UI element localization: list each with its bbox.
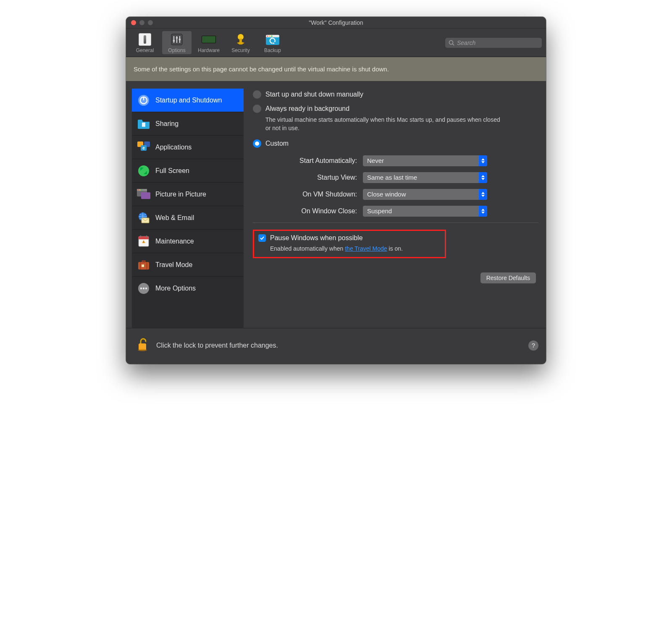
lock-icon[interactable]: [137, 338, 149, 353]
svg-rect-46: [142, 260, 146, 262]
sidebar-item-web-email[interactable]: Web & Email: [132, 206, 244, 230]
pip-icon: [137, 188, 150, 201]
toolbar-label: Options: [168, 47, 185, 53]
checkbox-subtext: Enabled automatically when the Travel Mo…: [270, 245, 441, 252]
select-value: Same as last time: [367, 174, 417, 181]
svg-marker-10: [242, 42, 244, 45]
sidebar-item-travel-mode[interactable]: Travel Mode: [132, 253, 244, 277]
search-input[interactable]: [457, 39, 538, 46]
svg-marker-54: [481, 158, 485, 160]
radio-manual[interactable]: Start up and shut down manually: [253, 90, 538, 99]
folder-icon: [137, 117, 150, 131]
zoom-window-button[interactable]: [148, 20, 153, 25]
custom-options: Start Automatically: Never Startup View:…: [253, 155, 538, 217]
svg-text:e: e: [142, 146, 145, 150]
checkbox[interactable]: [258, 234, 266, 242]
toolbar-label: Backup: [264, 47, 281, 53]
radio-always-ready[interactable]: Always ready in background: [253, 105, 538, 113]
svg-rect-42: [146, 236, 147, 238]
radio-label: Start up and shut down manually: [265, 91, 363, 98]
body: Startup and Shutdown Sharing e Applicati…: [126, 81, 546, 328]
startup-view-select[interactable]: Same as last time: [363, 172, 487, 183]
sidebar-item-label: Applications: [155, 144, 192, 151]
sub-suffix: is on.: [387, 245, 403, 252]
svg-point-15: [271, 35, 272, 37]
toolbar-tab-security[interactable]: Security: [226, 31, 255, 54]
backup-icon: [265, 32, 280, 47]
svg-marker-59: [481, 195, 485, 197]
toolbar-label: General: [136, 47, 154, 53]
lock-text: Click the lock to prevent further change…: [156, 342, 278, 349]
svg-marker-58: [481, 192, 485, 194]
svg-rect-23: [142, 123, 145, 127]
sub-prefix: Enabled automatically when: [270, 245, 345, 252]
field-label: Start Automatically:: [253, 157, 363, 165]
travel-mode-link[interactable]: the Travel Mode: [345, 245, 387, 252]
radio-button[interactable]: [253, 139, 261, 148]
toolbar: General Options Hardware: [126, 29, 546, 57]
chevron-updown-icon: [479, 189, 487, 200]
svg-rect-48: [146, 262, 147, 270]
sidebar-item-label: Maintenance: [155, 238, 194, 245]
search-field[interactable]: [445, 38, 542, 48]
on-window-close-select[interactable]: Suspend: [363, 206, 487, 217]
toolbar-label: Security: [231, 47, 249, 53]
chevron-updown-icon: [479, 206, 487, 217]
svg-rect-6: [179, 39, 181, 40]
sidebar-item-startup-shutdown[interactable]: Startup and Shutdown: [132, 89, 244, 112]
toolbar-label: Hardware: [198, 47, 220, 53]
web-email-icon: [137, 211, 150, 225]
svg-line-18: [453, 44, 454, 45]
on-vm-shutdown-select[interactable]: Close window: [363, 189, 487, 200]
toolbar-tab-options[interactable]: Options: [162, 31, 192, 54]
suitcase-icon: [137, 258, 150, 272]
svg-point-14: [269, 35, 270, 37]
pause-windows-checkbox-row[interactable]: Pause Windows when possible: [258, 234, 441, 242]
sidebar-item-label: More Options: [155, 285, 196, 292]
svg-marker-9: [237, 42, 239, 45]
sidebar-item-picture-in-picture[interactable]: Picture in Picture: [132, 183, 244, 206]
start-automatically-select[interactable]: Never: [363, 155, 487, 166]
svg-marker-56: [481, 175, 485, 177]
sidebar-item-applications[interactable]: e Applications: [132, 136, 244, 159]
close-window-button[interactable]: [131, 20, 136, 25]
toolbar-tab-general[interactable]: General: [130, 31, 160, 54]
svg-text:!: !: [143, 240, 144, 243]
minimize-window-button[interactable]: [139, 20, 144, 25]
search-icon: [449, 40, 454, 46]
power-icon: [137, 94, 150, 107]
svg-marker-60: [481, 209, 485, 211]
svg-marker-57: [481, 178, 485, 180]
help-button[interactable]: ?: [528, 340, 538, 351]
sidebar-item-maintenance[interactable]: ! Maintenance: [132, 230, 244, 253]
sidebar-item-more-options[interactable]: More Options: [132, 277, 244, 300]
footer: Click the lock to prevent further change…: [126, 328, 546, 364]
sidebar-item-sharing[interactable]: Sharing: [132, 112, 244, 136]
svg-rect-36: [141, 192, 150, 199]
radio-subtext: The virtual machine starts automatically…: [265, 115, 501, 133]
warning-banner: Some of the settings on this page cannot…: [126, 57, 546, 81]
radio-label: Custom: [265, 140, 289, 147]
sidebar-item-full-screen[interactable]: Full Screen: [132, 159, 244, 183]
chevron-updown-icon: [479, 155, 487, 166]
svg-point-35: [141, 189, 142, 190]
radio-button[interactable]: [253, 90, 261, 99]
svg-rect-8: [239, 39, 242, 45]
settings-pane: Start up and shut down manually Always r…: [251, 89, 540, 328]
window-title: "Work" Configuration: [126, 19, 546, 26]
radio-custom[interactable]: Custom: [253, 139, 538, 148]
svg-point-28: [138, 165, 149, 176]
radio-label: Always ready in background: [265, 105, 349, 113]
radio-button[interactable]: [253, 105, 261, 113]
svg-point-33: [138, 189, 139, 190]
sidebar-item-label: Startup and Shutdown: [155, 97, 222, 104]
window-controls: [126, 20, 153, 25]
svg-rect-4: [173, 40, 175, 42]
toolbar-tab-backup[interactable]: Backup: [258, 31, 287, 54]
divider: [253, 223, 538, 223]
svg-point-63: [138, 349, 147, 351]
restore-defaults-button[interactable]: Restore Defaults: [480, 272, 536, 283]
toolbar-tab-hardware[interactable]: Hardware: [194, 31, 223, 54]
security-icon: [233, 32, 248, 47]
titlebar: "Work" Configuration: [126, 17, 546, 29]
